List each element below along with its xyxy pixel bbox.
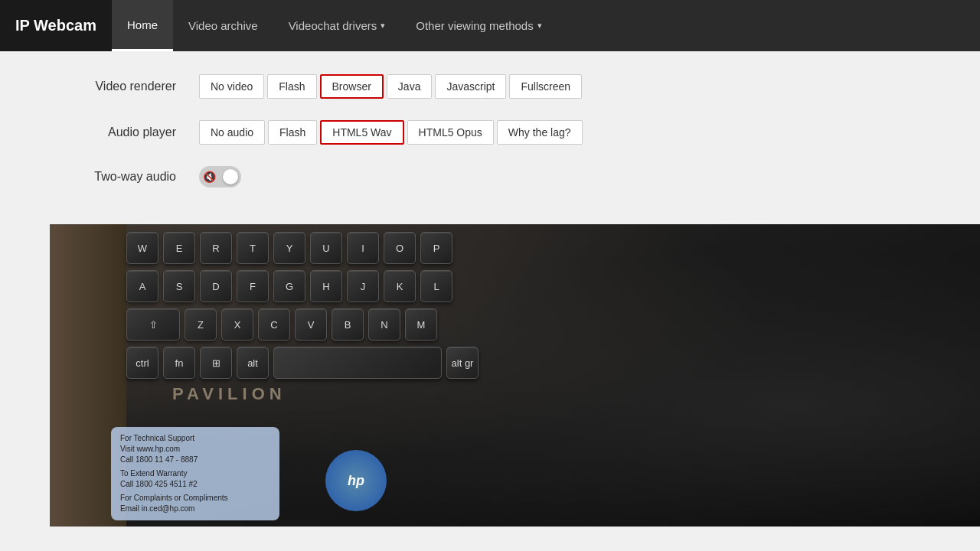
app-brand: IP Webcam [0, 0, 112, 51]
hp-badge: hp [325, 450, 387, 511]
key-fn: fn [163, 347, 195, 379]
keyboard-background: W E R T Y U I O P A S D F G H J [50, 224, 980, 527]
key-row-4: ctrl fn ⊞ alt alt gr [126, 347, 980, 379]
btn-no-video[interactable]: No video [199, 74, 264, 99]
sticker-line2: Visit www.hp.com [120, 444, 270, 455]
key-t: T [237, 232, 269, 264]
two-way-audio-label: Two-way audio [31, 170, 199, 184]
videochat-dropdown-icon: ▾ [381, 21, 385, 31]
key-l: L [420, 270, 452, 302]
key-u: U [310, 232, 342, 264]
sticker-line7: Email in.ced@hp.com [120, 504, 270, 514]
key-row-3: ⇧ Z X C V B N M [126, 308, 980, 341]
key-f: F [237, 270, 269, 302]
audio-player-btn-group: No audio Flash HTML5 Wav HTML5 Opus Why … [199, 120, 583, 145]
sticker-line1: For Technical Support [120, 433, 270, 444]
key-win: ⊞ [200, 347, 232, 379]
navigation: IP Webcam Home Video archive Videochat d… [0, 0, 980, 51]
other-viewing-dropdown-icon: ▾ [537, 21, 542, 31]
key-m: M [405, 308, 437, 341]
controls-section: Video renderer No video Flash Browser Ja… [0, 74, 980, 224]
key-s: S [163, 270, 195, 302]
pavilion-brand-text: PAVILION [172, 384, 286, 404]
key-y: Y [273, 232, 305, 264]
sticker-line6: For Complaints or Compliments [120, 493, 270, 504]
key-e: E [163, 232, 195, 264]
key-a: A [126, 270, 158, 302]
speaker-icon: 🔇 [203, 171, 216, 183]
key-alt-gr: alt gr [446, 347, 479, 379]
btn-html5-opus[interactable]: HTML5 Opus [407, 120, 494, 145]
key-x: X [221, 308, 253, 341]
support-sticker: For Technical Support Visit www.hp.com C… [111, 427, 279, 520]
key-b: B [332, 308, 364, 341]
key-h: H [310, 270, 342, 302]
sticker-line3: Call 1800 11 47 - 8887 [120, 455, 270, 465]
btn-flash-video[interactable]: Flash [267, 74, 316, 99]
btn-browser[interactable]: Browser [320, 74, 384, 99]
btn-html5-wav[interactable]: HTML5 Wav [320, 120, 403, 145]
key-k: K [384, 270, 416, 302]
btn-why-lag[interactable]: Why the lag? [497, 120, 583, 145]
two-way-audio-row: Two-way audio 🔇 [31, 166, 949, 187]
key-row-1: W E R T Y U I O P [126, 232, 980, 264]
main-content: Video renderer No video Flash Browser Ja… [0, 51, 980, 527]
video-renderer-row: Video renderer No video Flash Browser Ja… [31, 74, 949, 99]
video-renderer-label: Video renderer [31, 80, 199, 93]
key-space [273, 347, 442, 379]
key-j: J [347, 270, 379, 302]
sticker-line5: Call 1800 425 4511 #2 [120, 479, 270, 490]
btn-flash-audio[interactable]: Flash [268, 120, 317, 145]
key-p: P [420, 232, 452, 264]
toggle-thumb [223, 169, 238, 184]
key-i: I [347, 232, 379, 264]
btn-no-audio[interactable]: No audio [199, 120, 265, 145]
sticker-area: For Technical Support Visit www.hp.com C… [111, 427, 402, 511]
key-r: R [200, 232, 232, 264]
key-alt: alt [237, 347, 269, 379]
nav-item-videochat-drivers[interactable]: Videochat drivers ▾ [273, 0, 401, 51]
audio-player-row: Audio player No audio Flash HTML5 Wav HT… [31, 120, 949, 145]
key-shift: ⇧ [126, 308, 180, 341]
key-g: G [273, 270, 305, 302]
key-row-2: A S D F G H J K L [126, 270, 980, 302]
nav-item-video-archive[interactable]: Video archive [173, 0, 273, 51]
key-ctrl: ctrl [126, 347, 158, 379]
key-v: V [295, 308, 327, 341]
sticker-line4: To Extend Warranty [120, 468, 270, 479]
video-renderer-btn-group: No video Flash Browser Java Javascript F… [199, 74, 582, 99]
nav-item-home[interactable]: Home [112, 0, 173, 51]
key-d: D [200, 270, 232, 302]
key-o: O [384, 232, 416, 264]
btn-javascript[interactable]: Javascript [435, 74, 506, 99]
key-n: N [368, 308, 400, 341]
key-w: W [126, 232, 158, 264]
key-z: Z [185, 308, 217, 341]
btn-java[interactable]: Java [387, 74, 433, 99]
toggle-track: 🔇 [199, 166, 241, 187]
two-way-audio-toggle-container: 🔇 [199, 166, 241, 187]
key-c: C [258, 308, 290, 341]
audio-player-label: Audio player [31, 126, 199, 139]
two-way-audio-toggle[interactable]: 🔇 [199, 166, 241, 187]
nav-item-other-viewing[interactable]: Other viewing methods ▾ [400, 0, 557, 51]
video-feed: W E R T Y U I O P A S D F G H J [50, 224, 980, 527]
btn-fullscreen[interactable]: Fullscreen [509, 74, 582, 99]
